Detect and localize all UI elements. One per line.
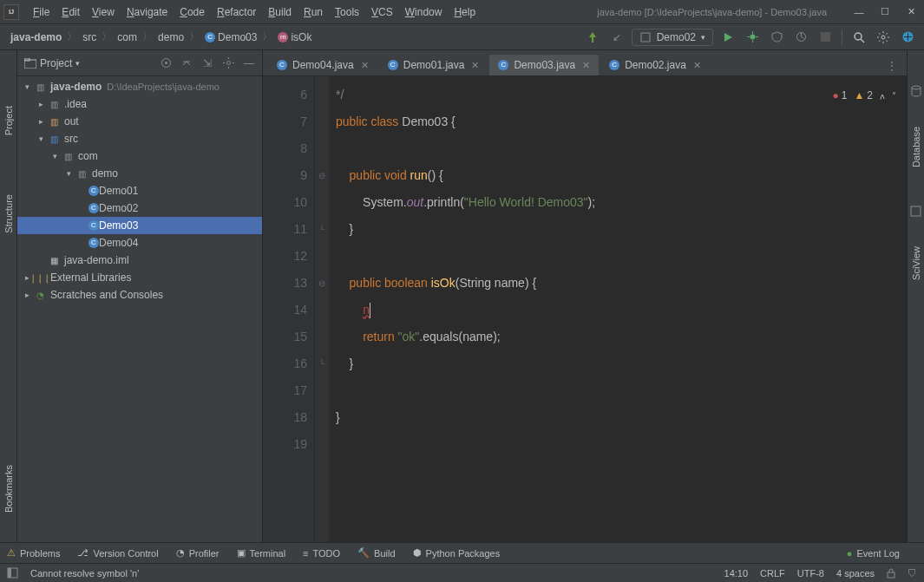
tree-arrow[interactable]: ▸ [35,100,47,108]
menu-navigate[interactable]: Navigate [121,3,173,21]
breadcrumb-src[interactable]: src [79,29,100,45]
code-line[interactable]: public boolean isOk(String name) { [336,270,900,297]
select-opened-icon[interactable] [160,57,172,69]
line-number[interactable]: 18 [263,404,307,431]
tree-item-java-demo-iml[interactable]: ▦java-demo.iml [17,252,262,269]
tab-menu-icon[interactable]: ⋮ [887,60,898,72]
tree-item-com[interactable]: ▾▥com [17,147,262,165]
close-button[interactable]: ✕ [901,3,921,22]
fold-marker[interactable]: └ [315,350,329,377]
breadcrumb-demo03[interactable]: CDemo03 [201,29,260,45]
settings-icon[interactable] [222,57,234,69]
vcs-commit-icon[interactable]: ↙ [607,28,626,47]
code-content[interactable]: ●1 ▲2 ʌ ˅ */public class Demo03 { public… [329,76,907,542]
menu-code[interactable]: Code [174,3,210,21]
line-number[interactable]: 7 [263,108,307,135]
line-number[interactable]: 11 [263,216,307,243]
tree-item-src[interactable]: ▾▥src [17,130,262,147]
fold-marker[interactable]: ⊖ [315,270,329,297]
bottom-tool-terminal[interactable]: ▣Terminal [237,547,286,559]
prev-highlight-icon[interactable]: ʌ [880,82,885,109]
run-configuration-select[interactable]: Demo02 ▾ [632,29,713,46]
code-line[interactable]: } [336,350,900,377]
event-log-button[interactable]: ● Event Log [847,548,900,559]
next-highlight-icon[interactable]: ˅ [892,82,896,109]
close-tab-icon[interactable]: ✕ [693,60,701,71]
minimize-button[interactable]: — [849,3,868,22]
tree-arrow[interactable]: ▾ [21,82,33,91]
project-tree[interactable]: ▾▥java-demoD:\IdeaProjects\java-demo▸▥.i… [17,76,262,542]
search-icon[interactable] [849,28,868,47]
code-line[interactable]: } [336,404,900,431]
profiler-button[interactable] [791,28,810,47]
breadcrumb-java-demo[interactable]: java-demo [7,29,65,45]
code-line[interactable]: public class Demo03 { [336,108,900,135]
sciview-icon[interactable] [910,206,921,217]
line-number[interactable]: 8 [263,135,307,162]
line-number[interactable]: 9 [263,162,307,189]
tree-arrow[interactable]: ▾ [35,134,47,143]
tree-item-out[interactable]: ▸▥out [17,113,262,130]
coverage-button[interactable] [767,28,786,47]
fold-marker[interactable]: └ [315,216,329,243]
line-number[interactable]: 12 [263,243,307,270]
bottom-tool-build[interactable]: 🔨Build [357,547,395,559]
bottom-tool-python-packages[interactable]: ⬢Python Packages [413,547,501,559]
tree-arrow[interactable]: ▸ [21,291,33,299]
indent[interactable]: 4 spaces [836,568,875,579]
code-editor[interactable]: 678910111213141516171819 ⊖ └ ⊖ └ ●1 ▲2 ʌ… [263,76,907,542]
project-panel-title[interactable]: Project [40,57,72,69]
menu-vcs[interactable]: VCS [366,3,398,21]
menu-refactor[interactable]: Refactor [212,3,261,21]
code-line[interactable]: */ [336,82,900,108]
tree-item-demo[interactable]: ▾▥demo [17,165,262,182]
fold-gutter[interactable]: ⊖ └ ⊖ └ [315,76,329,542]
tree-item-external-libraries[interactable]: ▸❘❘❘External Libraries [17,269,262,286]
encoding[interactable]: UTF-8 [797,568,824,579]
close-tab-icon[interactable]: ✕ [471,60,479,71]
tree-item-demo03[interactable]: CDemo03 [17,217,262,234]
editor-tab-demo04-java[interactable]: CDemo04.java✕ [268,55,377,75]
inspection-status[interactable]: ●1 ▲2 ʌ ˅ [829,82,900,110]
menu-edit[interactable]: Edit [56,3,85,21]
line-number[interactable]: 19 [263,431,307,458]
code-line[interactable]: public void run() { [336,162,900,189]
menu-help[interactable]: Help [449,3,481,21]
tool-tab-database[interactable]: Database [909,123,923,171]
bottom-tool-version-control[interactable]: ⎇Version Control [77,547,158,559]
run-button[interactable] [718,28,737,47]
expand-all-icon[interactable] [180,57,193,69]
maximize-button[interactable]: ☐ [875,3,895,22]
code-line[interactable]: return "ok".equals(name); [336,324,900,350]
settings-icon[interactable] [874,28,893,47]
code-line[interactable] [336,431,900,458]
tool-tab-structure[interactable]: Structure [2,191,16,237]
bottom-tool-problems[interactable]: ⚠Problems [7,547,60,559]
memory-indicator-icon[interactable]: ⛉ [908,568,917,579]
tool-tab-project[interactable]: Project [2,102,16,139]
code-line[interactable]: } [336,216,900,243]
tree-item-java-demo[interactable]: ▾▥java-demoD:\IdeaProjects\java-demo [17,78,262,95]
menu-file[interactable]: File [28,3,55,21]
line-number[interactable]: 13 [263,270,307,297]
stop-button[interactable] [816,28,835,47]
tree-arrow[interactable]: ▸ [35,117,47,126]
editor-tab-demo02-java[interactable]: CDemo02.java✕ [600,55,710,75]
line-number[interactable]: 17 [263,377,307,404]
tree-item-demo04[interactable]: CDemo04 [17,234,262,252]
tree-arrow[interactable]: ▾ [62,169,75,178]
close-tab-icon[interactable]: ✕ [361,60,369,71]
menu-window[interactable]: Window [400,3,448,21]
tree-item-demo02[interactable]: CDemo02 [17,199,262,217]
tool-tab-sciview[interactable]: SciView [909,243,923,284]
line-number[interactable]: 6 [263,82,307,108]
line-number[interactable]: 15 [263,324,307,350]
bottom-tool-profiler[interactable]: ◔Profiler [176,547,220,559]
readonly-toggle-icon[interactable] [887,568,895,579]
line-separator[interactable]: CRLF [760,568,785,579]
line-number[interactable]: 14 [263,297,307,324]
editor-tab-demo03-java[interactable]: CDemo03.java✕ [489,55,599,75]
collapse-all-icon[interactable]: ⇲ [201,57,213,69]
close-tab-icon[interactable]: ✕ [582,60,590,71]
code-line[interactable] [336,243,900,270]
